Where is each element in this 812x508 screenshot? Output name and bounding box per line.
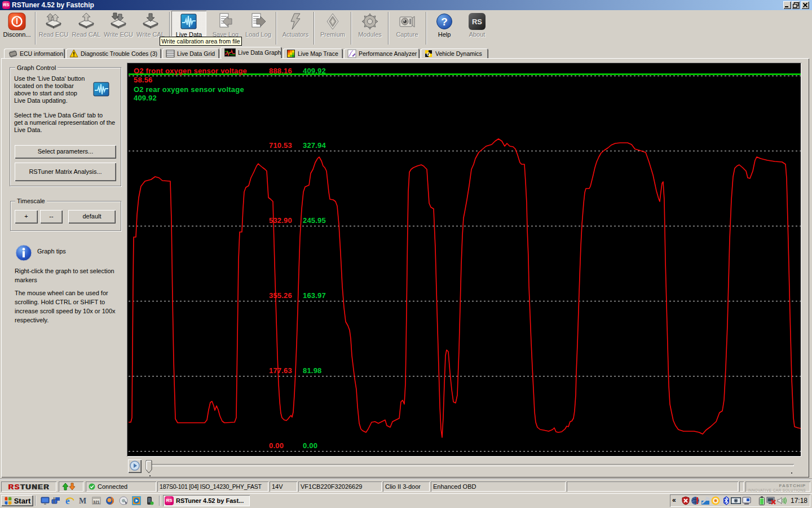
svg-text:?: ? — [441, 16, 448, 28]
svg-text:327.94: 327.94 — [303, 141, 326, 150]
svg-text:e: e — [65, 496, 70, 505]
svg-text:G: G — [426, 51, 430, 57]
svg-text:177.63: 177.63 — [269, 366, 292, 375]
svg-text:321: 321 — [93, 500, 100, 504]
svg-text:245.95: 245.95 — [303, 216, 326, 225]
svg-text:355.26: 355.26 — [269, 291, 292, 300]
svg-text:0.00: 0.00 — [269, 441, 284, 450]
svg-text:409.92: 409.92 — [303, 67, 326, 75]
svg-text:0.00: 0.00 — [303, 441, 317, 450]
svg-text:163.97: 163.97 — [303, 291, 326, 300]
svg-text:O2 front oxygen sensor voltage: O2 front oxygen sensor voltage — [134, 67, 247, 75]
svg-text:RS: RS — [472, 17, 482, 26]
svg-text:58.56: 58.56 — [134, 76, 153, 84]
svg-text:888.16: 888.16 — [269, 67, 292, 75]
svg-text:O2 rear oxygen sensor voltage: O2 rear oxygen sensor voltage — [134, 85, 244, 94]
svg-text:532.90: 532.90 — [269, 216, 292, 225]
svg-text:81.98: 81.98 — [303, 366, 322, 375]
svg-text:710.53: 710.53 — [269, 141, 292, 150]
svg-text:M: M — [79, 497, 86, 505]
svg-text:409.92: 409.92 — [134, 94, 157, 102]
